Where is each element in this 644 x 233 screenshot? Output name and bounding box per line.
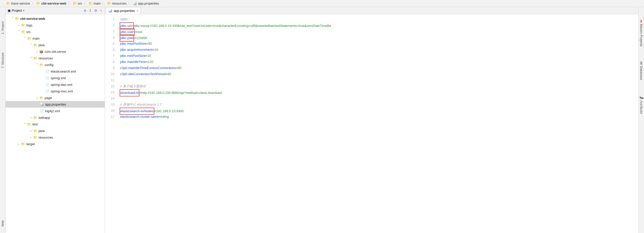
collapse-icon[interactable]: ⇕ [89,9,92,12]
properties-file-icon: 📊 [133,2,137,5]
collapse-arrow-icon[interactable]: ˅ [17,30,21,34]
gutter: 1234567891011121314151617 [105,14,118,233]
breadcrumb-item[interactable]: 📁src [72,2,83,5]
collapse-arrow-icon[interactable]: ˅ [11,17,15,21]
folder-icon: 📁 [21,29,25,34]
collapse-arrow-icon[interactable]: ˅ [29,43,33,47]
expand-arrow-icon[interactable]: › [35,50,39,54]
tab-project[interactable]: 1: Project [0,20,5,36]
tree-item[interactable]: test [32,122,38,126]
folder-icon: 📁 [21,23,25,27]
collapse-arrow-icon[interactable]: ˅ [23,122,27,126]
folder-icon: 📁 [39,95,44,100]
tab-maven[interactable]: mMaven Projects [639,17,644,49]
tree-item[interactable]: src [26,30,31,34]
folder-icon: 📁 [27,122,31,126]
breadcrumb-item[interactable]: 📁trace-service [5,2,31,5]
breadcrumb-item[interactable]: 📁cbt-service-web [35,2,67,5]
tree-item[interactable]: page [45,96,52,100]
hide-icon[interactable]: ⤡ [100,9,103,12]
tree-item[interactable]: webapp [39,116,50,120]
collapse-arrow-icon[interactable]: ˅ [35,63,39,67]
properties-file-icon: 📊 [108,9,112,13]
tree-item[interactable]: resources [39,136,53,139]
tree-item[interactable]: elasticsearch.xml [51,70,76,73]
code-key: downloadUrl [120,91,139,95]
tree-item[interactable]: config [45,63,53,67]
collapse-arrow-icon[interactable]: ˅ [23,37,27,40]
folder-icon: 📁 [39,62,44,67]
breadcrumb-item[interactable]: 📁resources [106,2,127,5]
expand-arrow-icon[interactable]: › [29,116,33,120]
tab-database[interactable]: 🗄Database [639,59,644,83]
chevron-right-icon: 〉 [83,1,87,6]
tree-item[interactable]: spring-dao.xml [51,83,72,87]
chevron-right-icon: 〉 [31,1,35,6]
test-source-folder-icon: 📁 [33,128,38,133]
code-key: jdbc.url [120,24,131,28]
project-icon: ▣ [8,9,11,12]
breadcrumb-item[interactable]: 📊app.properties [132,2,160,5]
expand-arrow-icon[interactable]: › [17,142,21,146]
breadcrumb-item[interactable]: 📁main [87,2,102,5]
gear-icon[interactable]: ⚙ [94,9,97,12]
tab-web[interactable]: Web [0,219,5,228]
locate-icon[interactable]: ⊕ [84,9,86,12]
tree-item[interactable]: java [39,43,45,47]
folder-icon: 📁 [107,2,111,5]
folder-icon: 📁 [88,2,93,5]
code-value: 50 [148,42,152,45]
tree-item[interactable]: log4j2.xml [45,109,60,113]
collapse-arrow-icon[interactable]: ˅ [29,56,33,60]
tab-ant[interactable]: 🐜Ant Build [639,93,644,116]
chevron-right-icon: 〉 [102,1,106,6]
test-resources-folder-icon: 📁 [33,135,38,140]
expand-arrow-icon[interactable]: › [29,129,33,133]
expand-arrow-icon[interactable]: › [29,136,33,139]
tree-item[interactable]: spring.xml [51,76,66,80]
xml-file-icon: 📄 [45,89,50,93]
expand-arrow-icon[interactable]: › [17,23,21,27]
code-value: root [136,30,142,34]
chevron-right-icon: 〉 [67,1,72,6]
code-value: tuling [161,115,169,119]
code-key: jdbc.maxPoolSize [120,42,146,45]
xml-file-icon: 📄 [45,76,50,80]
xml-file-icon: 📄 [45,69,50,74]
left-tool-strip: 1: Project 7: Structure Web [0,7,6,233]
project-tree[interactable]: ˅📁cbt-service-web ›📁logs ˅📁src ˅📁main ˅📁… [6,14,105,233]
close-icon[interactable]: × [136,9,138,13]
dropdown-icon[interactable]: ▾ [23,9,25,12]
breadcrumb: 📁trace-service 〉 📁cbt-service-web 〉 📁src… [0,0,644,7]
folder-icon: 📁 [21,142,25,146]
tree-item-selected[interactable]: app.properties [45,103,66,106]
folder-icon: 📁 [27,36,31,41]
code-value: 80 [168,72,171,76]
tree-item[interactable]: target [26,142,35,146]
code-editor[interactable]: 1234567891011121314151617 #jdbc jdbc.url… [105,14,638,233]
code-key: c3p0.maxIdleTimeExcessConnections [120,66,176,70]
xml-file-icon: 📄 [45,82,50,87]
tree-item[interactable]: spring-mvc.xml [51,89,73,93]
expand-arrow-icon[interactable]: › [35,96,39,100]
tree-item[interactable]: main [32,37,40,40]
tree-item-root[interactable]: cbt-service-web [20,17,45,21]
tree-item[interactable]: resources [39,56,53,60]
code-key: jdbc.maxIdleTime [120,60,146,64]
module-icon: 📁 [6,2,10,5]
right-tool-strip: mMaven Projects 🗄Database 🐜Ant Build [638,7,644,233]
module-icon: 📁 [15,16,19,21]
xml-file-icon: 📄 [40,109,44,113]
tree-item[interactable]: java [39,129,45,133]
code-body[interactable]: #jdbc jdbc.url=jdbc:mysql://192.168.0.15… [118,14,331,233]
code-value: jdbc:mysql://192.168.0.15:3306/cbt_test?… [134,24,331,28]
project-panel-header: ▣ Project ▾ ⊕ ⇕ ⚙ ⤡ [6,7,105,14]
tree-item[interactable]: com.cbt.server [45,50,66,54]
editor-tab-app-properties[interactable]: 📊 app.properties × [106,7,141,14]
code-key: elasticsearch.esNodes [120,109,154,113]
tab-structure[interactable]: 7: Structure [0,51,5,70]
code-value: 10 [155,48,158,52]
tree-item[interactable]: logs [26,23,32,27]
source-folder-icon: 📁 [33,43,38,47]
code-key: jdbc.acquireIncrement [120,48,153,52]
